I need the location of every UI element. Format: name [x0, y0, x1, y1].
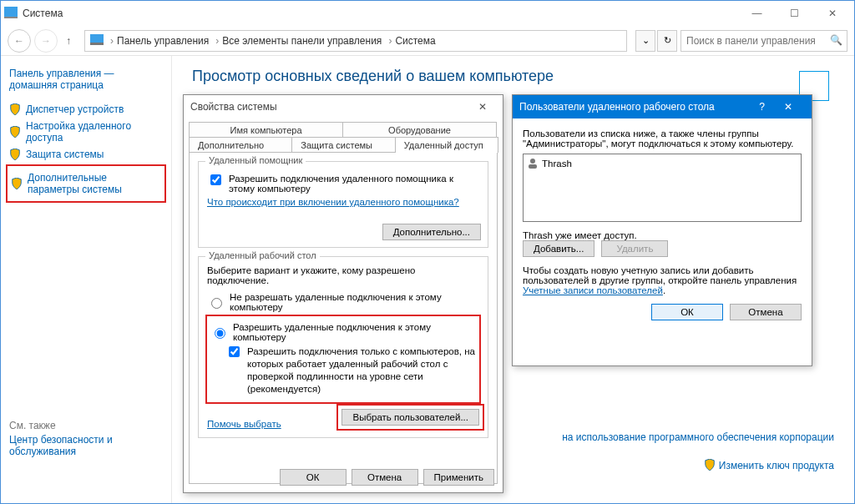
remote-desktop-description: Выберите вариант и укажите, кому разреше… [207, 265, 479, 285]
already-has-access-text: Thrash уже имеет доступ. [523, 230, 802, 240]
dialog-title: Свойства системы [190, 101, 277, 113]
sidebar-system-protection[interactable]: Защита системы [9, 146, 163, 163]
checkbox-label: Разрешить подключения только с компьютер… [247, 345, 476, 396]
shield-icon [9, 103, 21, 115]
refresh-button[interactable]: ↻ [657, 30, 677, 52]
allow-remote-assistance-checkbox[interactable]: Разрешить подключения удаленного помощни… [207, 174, 479, 194]
license-link[interactable]: на использование программного обеспечени… [562, 431, 834, 443]
tab-computer-name[interactable]: Имя компьютера [189, 122, 343, 138]
hint-text: Чтобы создать новую учетную запись или д… [523, 265, 802, 295]
sidebar-home-link[interactable]: Панель управления — домашняя страница [9, 68, 163, 91]
close-icon[interactable]: ✕ [772, 101, 805, 113]
svg-rect-2 [90, 34, 104, 43]
up-button[interactable]: ↑ [61, 35, 76, 47]
tab-hardware[interactable]: Оборудование [342, 122, 497, 138]
cancel-button[interactable]: Отмена [730, 304, 802, 320]
tab-remote[interactable]: Удаленный доступ [395, 137, 498, 153]
dialog-description: Пользователи из списка ниже, а также чле… [523, 129, 802, 149]
nav-bar: ← → ↑ › Панель управления› Все элементы … [1, 26, 854, 56]
radio-dont-allow[interactable]: Не разрешать удаленные подключения к это… [207, 292, 479, 312]
sidebar-security-center[interactable]: Центр безопасности и обслуживания [9, 431, 163, 460]
shield-icon [9, 149, 21, 160]
help-choose-link[interactable]: Помочь выбрать [207, 419, 281, 429]
hint-pre: Чтобы создать новую учетную запись или д… [523, 265, 797, 285]
system-icon [4, 7, 18, 20]
sidebar-item-label: Дополнительные параметры системы [28, 172, 161, 195]
ok-button[interactable]: ОК [651, 304, 723, 320]
dialog-tabs: Имя компьютера Оборудование Дополнительн… [189, 122, 498, 152]
remote-assistance-advanced-button[interactable]: Дополнительно... [382, 224, 481, 240]
system-properties-dialog: Свойства системы ✕ Имя компьютера Оборуд… [183, 94, 503, 493]
tab-system-protection[interactable]: Защита системы [291, 137, 395, 153]
user-accounts-link[interactable]: Учетные записи пользователей [523, 285, 663, 295]
change-product-key-link[interactable]: Изменить ключ продукта [719, 460, 834, 471]
cancel-button[interactable]: Отмена [352, 469, 418, 486]
checkbox-input[interactable] [210, 174, 221, 185]
window-title-bar: Система — ☐ ✕ [1, 1, 854, 26]
radio-label: Разрешить удаленные подключения к этому … [233, 322, 476, 342]
nla-checkbox[interactable]: Разрешить подключения только с компьютер… [225, 345, 476, 396]
checkbox-input[interactable] [229, 346, 240, 357]
minimize-button[interactable]: — [738, 2, 776, 25]
pc-icon [90, 34, 104, 48]
sidebar-item-label: Диспетчер устройств [26, 103, 124, 115]
radio-label: Не разрешать удаленные подключения к это… [230, 292, 479, 312]
radio-allow[interactable]: Разрешить удаленные подключения к этому … [210, 322, 476, 342]
dialog-title: Пользователи удаленного рабочего стола [519, 101, 715, 113]
remote-assistance-help-link[interactable]: Что происходит при включении удаленного … [207, 197, 459, 207]
select-users-button[interactable]: Выбрать пользователей... [341, 409, 479, 426]
ok-button[interactable]: ОК [280, 469, 347, 486]
sidebar-item-label: Защита системы [26, 149, 104, 160]
shield-icon [9, 126, 21, 138]
checkbox-label: Разрешить подключения удаленного помощни… [229, 174, 479, 194]
dialog-title-bar[interactable]: Пользователи удаленного рабочего стола ?… [513, 95, 812, 118]
close-icon[interactable]: ✕ [469, 101, 496, 113]
remote-desktop-users-dialog: Пользователи удаленного рабочего стола ?… [512, 94, 812, 366]
group-legend: Удаленный помощник [205, 155, 306, 165]
back-button[interactable]: ← [8, 29, 31, 53]
tab-advanced[interactable]: Дополнительно [189, 137, 292, 153]
sidebar-advanced-system-settings[interactable]: Дополнительные параметры системы [11, 169, 161, 198]
crumb-2[interactable]: Все элементы панели управления [222, 35, 382, 47]
add-user-button[interactable]: Добавить... [523, 240, 594, 257]
user-icon [527, 158, 539, 169]
breadcrumb[interactable]: › Панель управления› Все элементы панели… [84, 30, 627, 52]
sidebar: Панель управления — домашняя страница Ди… [1, 56, 172, 504]
svg-rect-3 [90, 43, 104, 45]
search-input[interactable] [680, 30, 847, 52]
shield-icon [704, 459, 716, 471]
sidebar-item-label: Настройка удаленного доступа [26, 120, 163, 144]
svg-rect-0 [4, 7, 18, 17]
list-item[interactable]: Thrash [527, 158, 797, 169]
remove-user-button[interactable]: Удалить [601, 240, 668, 257]
crumb-1[interactable]: Панель управления [117, 35, 209, 47]
see-also-header: См. также [9, 420, 163, 431]
radio-input[interactable] [211, 298, 222, 309]
remote-assistance-group: Удаленный помощник Разрешить подключения… [198, 161, 488, 248]
crumb-3[interactable]: Система [395, 35, 435, 47]
user-name: Thrash [542, 159, 572, 169]
address-dropdown[interactable]: ⌄ [635, 30, 655, 52]
sidebar-remote-settings[interactable]: Настройка удаленного доступа [9, 118, 163, 146]
dialog-title-bar[interactable]: Свойства системы ✕ [184, 95, 503, 118]
sidebar-device-manager[interactable]: Диспетчер устройств [9, 101, 163, 118]
search-icon: 🔍 [830, 34, 842, 46]
remote-desktop-group: Удаленный рабочий стол Выберите вариант … [198, 256, 488, 438]
users-listbox[interactable]: Thrash [523, 154, 802, 222]
svg-rect-5 [529, 164, 537, 169]
svg-rect-1 [4, 17, 18, 18]
maximize-button[interactable]: ☐ [776, 2, 813, 25]
help-icon[interactable]: ? [759, 101, 765, 113]
window-title: Система [23, 8, 63, 19]
apply-button[interactable]: Применить [423, 469, 494, 486]
group-legend: Удаленный рабочий стол [205, 250, 320, 260]
close-button[interactable]: ✕ [813, 2, 851, 25]
shield-icon [11, 178, 23, 189]
page-heading: Просмотр основных сведений о вашем компь… [192, 68, 834, 85]
forward-button[interactable]: → [34, 29, 58, 53]
radio-input[interactable] [215, 328, 225, 339]
svg-point-4 [530, 159, 535, 164]
